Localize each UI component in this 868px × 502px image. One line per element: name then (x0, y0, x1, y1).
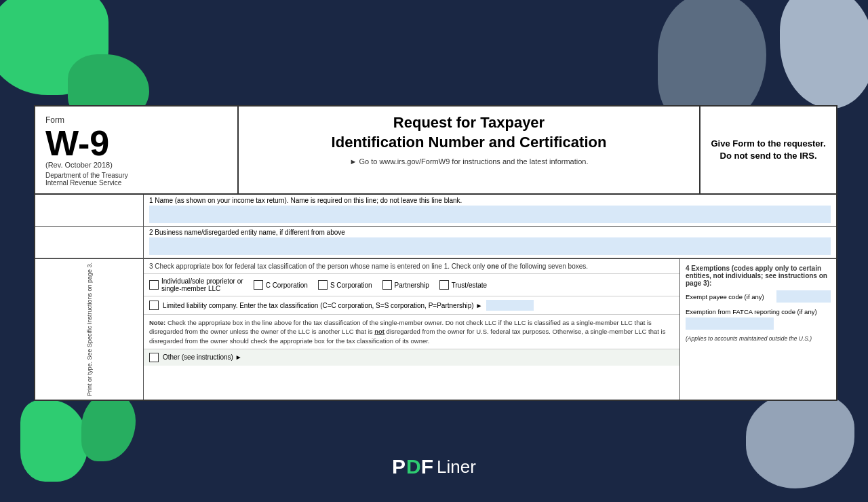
checkboxes-row: Individual/sole proprietor orsingle-memb… (144, 274, 679, 296)
llc-row: Limited liability company. Enter the tax… (144, 296, 679, 315)
form-header-right: Give Form to the requester. Do not send … (701, 107, 836, 193)
form-rev: (Rev. October 2018) (45, 161, 227, 169)
logo-d-icon: D (406, 455, 421, 478)
fatca-input[interactable] (686, 317, 774, 330)
checkbox-s-corp: S Corporation (318, 280, 372, 290)
content-area: 3 Check appropriate box for federal tax … (144, 259, 680, 400)
checkbox-s-corp-box[interactable] (318, 280, 328, 290)
line1-label: 1 Name (as shown on your income tax retu… (144, 195, 836, 204)
exempt-payee-label: Exempt payee code (if any) (686, 293, 764, 301)
decoration-blob-tr-white (780, 0, 868, 109)
side-bar-text: Print or type. See Specific Instructions… (86, 263, 93, 396)
checkbox-s-corp-label: S Corporation (330, 282, 372, 289)
form-header-center: Request for Taxpayer Identification Numb… (239, 107, 701, 193)
note-text: Note: Check the appropriate box in the l… (144, 315, 679, 349)
checkbox-llc-box[interactable] (149, 301, 159, 310)
logo-f-text: F (421, 455, 434, 478)
line1-row: 1 Name (as shown on your income tax retu… (35, 195, 836, 227)
checkbox-c-corp-box[interactable] (254, 280, 263, 290)
fatca-field: Exemption from FATCA reporting code (if … (686, 308, 831, 330)
side-bar: Print or type. See Specific Instructions… (35, 259, 144, 400)
form-irs-link: ► Go to www.irs.gov/FormW9 for instructi… (252, 157, 686, 166)
form-dept: Department of the Treasury Internal Reve… (45, 172, 227, 187)
line1-side (35, 195, 144, 226)
checkbox-partnership-label: Partnership (395, 282, 429, 289)
checkbox-trust-box[interactable] (439, 280, 449, 290)
checkbox-c-corp-label: C Corporation (266, 282, 308, 289)
logo-liner-text: Liner (437, 457, 476, 478)
line2-row: 2 Business name/disregarded entity name,… (35, 227, 836, 259)
form-w9-title: W-9 (45, 125, 227, 161)
checkbox-individual-label: Individual/sole proprietor orsingle-memb… (161, 277, 243, 292)
right-panel: 4 Exemptions (codes apply only to certai… (680, 259, 836, 400)
checkbox-individual-box[interactable] (149, 280, 159, 290)
line2-label: 2 Business name/disregarded entity name,… (144, 227, 836, 236)
decoration-blob-bl (20, 400, 88, 482)
form-header-left: Form W-9 (Rev. October 2018) Department … (35, 107, 239, 193)
llc-input[interactable] (486, 300, 534, 311)
other-row: Other (see instructions) ► (144, 349, 679, 366)
fatca-label: Exemption from FATCA reporting code (if … (686, 308, 831, 315)
line2-input[interactable] (149, 237, 831, 255)
line1-input[interactable] (149, 206, 831, 223)
form-header: Form W-9 (Rev. October 2018) Department … (35, 107, 836, 195)
fatca-note: (Applies to accounts maintained outside … (686, 335, 831, 342)
w9-form: Form W-9 (Rev. October 2018) Department … (34, 105, 837, 401)
checkbox-partnership-box[interactable] (382, 280, 392, 290)
logo-pdf-text: P (392, 455, 406, 478)
checkbox-trust: Trust/estate (439, 280, 487, 290)
exemptions-title: 4 Exemptions (codes apply only to certai… (686, 265, 831, 287)
checkbox-other-box[interactable] (149, 353, 159, 362)
main-content: Print or type. See Specific Instructions… (35, 259, 836, 400)
exempt-payee-field: Exempt payee code (if any) (686, 290, 831, 303)
checkbox-trust-label: Trust/estate (452, 282, 487, 289)
checkbox-individual: Individual/sole proprietor orsingle-memb… (149, 277, 243, 292)
line2-side (35, 227, 144, 258)
checkbox-c-corp: C Corporation (254, 280, 308, 290)
exempt-payee-input[interactable] (776, 290, 831, 303)
llc-label: Limited liability company. Enter the tax… (163, 302, 482, 309)
other-label: Other (see instructions) ► (163, 353, 242, 361)
pdfliner-logo: P D F Liner (392, 455, 476, 478)
form-main-title: Request for Taxpayer Identification Numb… (252, 113, 686, 152)
decoration-blob-br (746, 393, 854, 488)
line3-header: 3 Check appropriate box for federal tax … (144, 259, 679, 274)
decoration-blob-bl2 (81, 393, 136, 461)
checkbox-partnership: Partnership (382, 280, 429, 290)
